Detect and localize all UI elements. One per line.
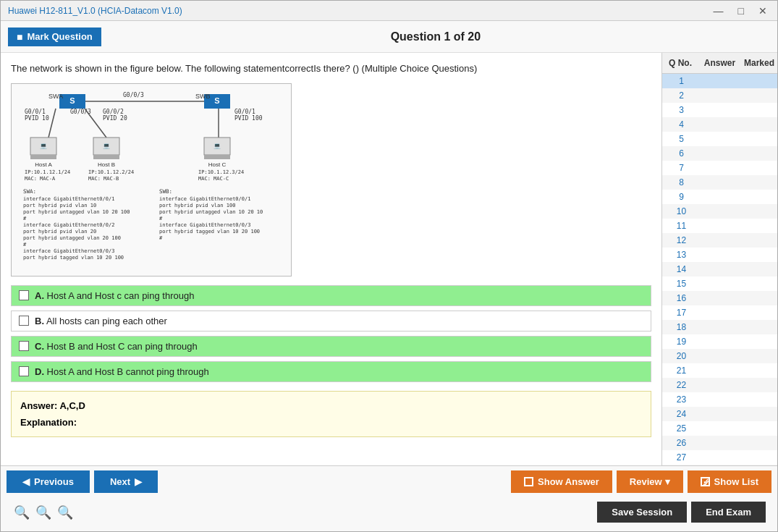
previous-button[interactable]: ◀ Previous <box>7 470 90 493</box>
close-button[interactable]: ✕ <box>756 5 770 17</box>
explanation-label: Explanation: <box>20 417 642 428</box>
sidebar-row[interactable]: 9 <box>662 190 777 204</box>
sidebar-header: Q No. Answer Marked <box>662 53 777 74</box>
sidebar-row[interactable]: 19 <box>662 334 777 349</box>
maximize-button[interactable]: □ <box>735 5 747 17</box>
svg-text:SWA:: SWA: <box>23 188 36 195</box>
sidebar-qnum[interactable]: 26 <box>662 436 701 449</box>
sidebar-marked <box>739 268 777 271</box>
minimize-button[interactable]: — <box>711 5 727 17</box>
option-b[interactable]: B. All hosts can ping each other <box>11 311 651 332</box>
sidebar-answer <box>701 109 739 111</box>
sidebar-row[interactable]: 7 <box>662 161 777 175</box>
show-answer-checkbox-icon <box>524 477 533 486</box>
sidebar-row[interactable]: 27 <box>662 450 777 465</box>
option-d[interactable]: D. Host A and Host B cannot ping through <box>11 361 651 382</box>
sidebar-row[interactable]: 14 <box>662 262 777 276</box>
sidebar-qnum[interactable]: 10 <box>662 205 701 218</box>
sidebar-qnum[interactable]: 2 <box>662 89 701 102</box>
option-a-checkbox[interactable] <box>19 290 29 300</box>
sidebar-row[interactable]: 11 <box>662 219 777 233</box>
sidebar-qnum[interactable]: 3 <box>662 104 701 117</box>
sidebar-qnum[interactable]: 14 <box>662 263 701 276</box>
sidebar-row[interactable]: 13 <box>662 248 777 262</box>
sidebar-row[interactable]: 1 <box>662 74 777 88</box>
sidebar-row[interactable]: 4 <box>662 117 777 132</box>
sidebar-qnum[interactable]: 1 <box>662 75 701 88</box>
question-text: The network is shown in the figure below… <box>11 62 651 76</box>
sidebar-answer <box>701 311 739 314</box>
sidebar-row[interactable]: 17 <box>662 305 777 320</box>
question-title: Question 1 of 20 <box>101 30 770 43</box>
zoom-reset-button[interactable]: 🔍 <box>35 504 51 520</box>
sidebar-qnum[interactable]: 25 <box>662 422 701 435</box>
sidebar-row[interactable]: 5 <box>662 132 777 146</box>
question-area: The network is shown in the figure below… <box>1 53 661 465</box>
network-diagram: S SWA S SWB G0/0/1 PVID 10 G0/0/3 G0/0/3… <box>11 83 292 276</box>
show-list-button[interactable]: ✓ Show List <box>688 470 771 493</box>
sidebar-scroll[interactable]: 1 2 3 4 5 6 7 8 <box>662 74 777 465</box>
checkbox-icon: ■ <box>17 31 22 43</box>
sidebar-row[interactable]: 16 <box>662 291 777 305</box>
sidebar-row[interactable]: 25 <box>662 421 777 436</box>
sidebar-qnum[interactable]: 4 <box>662 118 701 131</box>
sidebar-qnum[interactable]: 16 <box>662 292 701 305</box>
sidebar-answer <box>701 326 739 329</box>
end-exam-button[interactable]: End Exam <box>691 502 766 523</box>
sidebar-qnum[interactable]: 21 <box>662 364 701 377</box>
svg-text:Host C: Host C <box>208 161 227 168</box>
sidebar-qnum[interactable]: 22 <box>662 379 701 392</box>
sidebar-qnum[interactable]: 13 <box>662 248 701 261</box>
sidebar-qnum[interactable]: 9 <box>662 190 701 203</box>
option-a[interactable]: A. Host A and Host c can ping through <box>11 285 651 306</box>
svg-text:Host A: Host A <box>35 161 52 168</box>
svg-text:MAC: MAC-B: MAC: MAC-B <box>88 176 119 182</box>
svg-text:#: # <box>23 242 27 248</box>
sidebar-qnum[interactable]: 17 <box>662 306 701 319</box>
next-button[interactable]: Next ▶ <box>94 470 158 493</box>
sidebar-answer <box>701 442 739 444</box>
option-c-checkbox[interactable] <box>19 341 29 351</box>
sidebar-row[interactable]: 21 <box>662 363 777 378</box>
sidebar-qnum[interactable]: 12 <box>662 234 701 247</box>
svg-text:port hybrid tagged vlan 10 20 : port hybrid tagged vlan 10 20 100 <box>23 255 124 261</box>
review-button[interactable]: Review ▾ <box>617 470 683 493</box>
sidebar-row[interactable]: 18 <box>662 320 777 334</box>
option-d-checkbox[interactable] <box>19 366 29 376</box>
sidebar-row[interactable]: 23 <box>662 392 777 407</box>
sidebar-qnum[interactable]: 20 <box>662 350 701 363</box>
sidebar-row[interactable]: 2 <box>662 88 777 103</box>
mark-question-button[interactable]: ■ Mark Question <box>8 28 101 46</box>
zoom-out-button[interactable]: 🔍 <box>14 504 30 520</box>
sidebar-qnum[interactable]: 7 <box>662 161 701 174</box>
sidebar-qnum[interactable]: 23 <box>662 393 701 406</box>
show-answer-label: Show Answer <box>538 476 599 487</box>
sidebar-qnum[interactable]: 11 <box>662 219 701 232</box>
sidebar-row[interactable]: 6 <box>662 146 777 161</box>
sidebar-row[interactable]: 12 <box>662 233 777 248</box>
sidebar-row[interactable]: 24 <box>662 407 777 421</box>
sidebar-qnum[interactable]: 15 <box>662 277 701 290</box>
sidebar-answer <box>701 427 739 430</box>
option-b-checkbox[interactable] <box>19 316 29 326</box>
sidebar-row[interactable]: 15 <box>662 276 777 291</box>
sidebar-qnum[interactable]: 5 <box>662 132 701 145</box>
sidebar-row[interactable]: 22 <box>662 378 777 392</box>
sidebar-row[interactable]: 3 <box>662 103 777 117</box>
sidebar-row[interactable]: 8 <box>662 175 777 190</box>
sidebar-row[interactable]: 20 <box>662 349 777 363</box>
sidebar-qnum[interactable]: 19 <box>662 335 701 348</box>
save-session-button[interactable]: Save Session <box>597 502 687 523</box>
window-title: Huawei H12-811_V1.0 (HCIA-Datacom V1.0) <box>8 6 182 16</box>
show-answer-button[interactable]: Show Answer <box>511 470 612 493</box>
sidebar-qnum[interactable]: 18 <box>662 321 701 334</box>
sidebar-qnum[interactable]: 24 <box>662 408 701 421</box>
sidebar-row[interactable]: 26 <box>662 436 777 450</box>
option-c[interactable]: C. Host B and Host C can ping through <box>11 336 651 357</box>
sidebar-row[interactable]: 10 <box>662 204 777 219</box>
sidebar-qnum[interactable]: 27 <box>662 451 701 464</box>
sidebar-qnum[interactable]: 8 <box>662 176 701 189</box>
svg-line-15 <box>48 109 56 138</box>
sidebar-qnum[interactable]: 6 <box>662 147 701 160</box>
zoom-in-button[interactable]: 🔍 <box>57 504 73 520</box>
